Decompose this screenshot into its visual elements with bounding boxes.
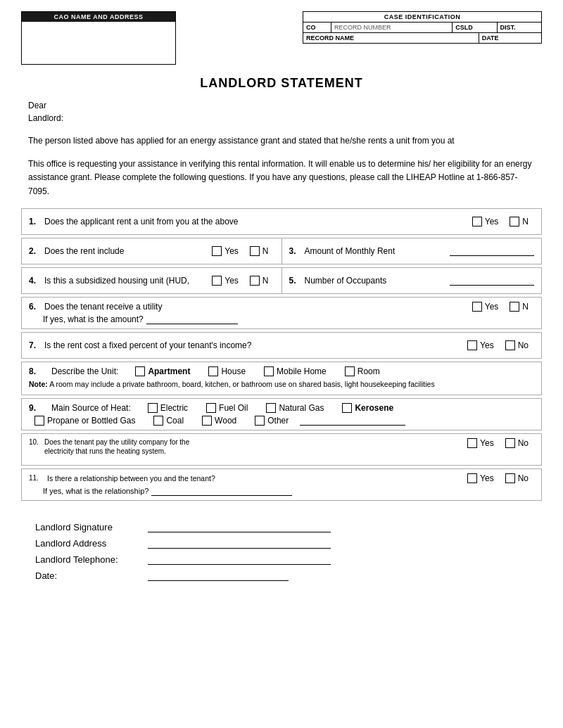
q9-wood-checkbox[interactable] — [202, 416, 212, 426]
q6-text: Does the tenant receive a utility — [44, 302, 467, 312]
q10-no-checkbox[interactable] — [505, 438, 515, 448]
q1-num: 1. — [29, 217, 40, 226]
date-cell: DATE — [479, 33, 541, 43]
q11-no-group: No — [505, 473, 534, 483]
q9-fueloil-label: Fuel Oil — [219, 403, 248, 413]
q9-propane-label: Propane or Bottled Gas — [47, 416, 135, 426]
q1-no-checkbox[interactable] — [510, 217, 519, 226]
sig-address-line: Landlord Address — [35, 538, 542, 549]
q9-propane-checkbox[interactable] — [34, 416, 44, 426]
co-cell: CO — [303, 23, 331, 32]
q5-num: 5. — [289, 276, 301, 286]
q9-num: 9. — [29, 403, 40, 413]
case-id-bottom-row: RECORD NAME DATE — [303, 33, 541, 43]
q4-yes-checkbox[interactable] — [212, 276, 222, 286]
form-section: 1. Does the applicant rent a unit from y… — [21, 208, 542, 501]
q1-text: Does the applicant rent a unit from you … — [44, 217, 467, 226]
q6-yes-group: Yes — [472, 302, 505, 312]
q9-line1: 9. Main Source of Heat: Electric Fuel Oi… — [29, 403, 534, 413]
q9-other-field[interactable] — [300, 416, 405, 426]
page: CAO NAME AND ADDRESS CASE IDENTIFICATION… — [0, 0, 563, 728]
signature-section: Landlord Signature Landlord Address Land… — [35, 522, 542, 581]
q9-electric-label: Electric — [160, 403, 188, 413]
q11-no-checkbox[interactable] — [505, 473, 515, 483]
q8-apartment-group: Apartment — [135, 366, 196, 376]
q8-apartment-checkbox[interactable] — [135, 366, 145, 376]
q2-left: 2. Does the rent include Yes N — [22, 238, 282, 264]
q9-fueloil-checkbox[interactable] — [206, 403, 216, 413]
q8-room-checkbox[interactable] — [345, 366, 355, 376]
q1-yes-checkbox[interactable] — [472, 217, 482, 226]
q1-n-label: N — [522, 217, 529, 226]
paragraph-1: The person listed above has applied for … — [28, 134, 535, 148]
q2-no-checkbox[interactable] — [250, 246, 260, 256]
q3-amount-field[interactable] — [450, 246, 534, 256]
question-1-row: 1. Does the applicant rent a unit from y… — [21, 208, 542, 235]
sig-address-field[interactable] — [148, 539, 331, 549]
q3-right: 3. Amount of Monthly Rent — [282, 238, 542, 264]
record-number-label: RECORD NUMBER — [334, 24, 449, 31]
question-6-row: 6. Does the tenant receive a utility Yes… — [21, 297, 542, 329]
q9-electric-group: Electric — [148, 403, 194, 413]
question-9-row: 9. Main Source of Heat: Electric Fuel Oi… — [21, 398, 542, 430]
q8-note-text: A room may include a private bathroom, b… — [49, 380, 434, 388]
sig-date-field[interactable] — [148, 571, 289, 581]
q8-note: Note: A room may include a private bathr… — [29, 379, 534, 390]
q9-coal-checkbox[interactable] — [153, 416, 163, 426]
q6-n-label: N — [522, 302, 529, 312]
q8-num: 8. — [29, 366, 40, 376]
sig-signature-field[interactable] — [148, 523, 331, 532]
q11-relationship-field[interactable] — [151, 486, 292, 496]
q8-note-bold: Note: — [29, 380, 48, 388]
q5-right: 5. Number of Occupants — [282, 268, 542, 293]
q6-no-checkbox[interactable] — [510, 302, 519, 312]
cao-content — [22, 22, 175, 64]
q10-yes-label: Yes — [480, 438, 494, 448]
q11-sub-text: If yes, what is the relationship? — [43, 487, 148, 495]
q7-no-checkbox[interactable] — [505, 340, 515, 350]
header-row: CAO NAME AND ADDRESS CASE IDENTIFICATION… — [21, 11, 542, 65]
q5-occupants-field[interactable] — [450, 276, 534, 286]
q9-electric-checkbox[interactable] — [148, 403, 158, 413]
q7-yes-group: Yes — [467, 340, 500, 350]
q11-yes-checkbox[interactable] — [467, 473, 477, 483]
q2-yes-checkbox[interactable] — [212, 246, 222, 256]
q9-naturalgas-checkbox[interactable] — [266, 403, 276, 413]
sig-signature-label: Landlord Signature — [35, 522, 148, 532]
sig-telephone-line: Landlord Telephone: — [35, 554, 542, 565]
q9-naturalgas-label: Natural Gas — [279, 403, 324, 413]
q11-text: Is there a relationship between you and … — [47, 474, 462, 483]
sig-telephone-field[interactable] — [148, 555, 331, 565]
question-4-5-row: 4. Is this a subsidized housing unit (HU… — [21, 267, 542, 294]
q11-line2: If yes, what is the relationship? — [43, 486, 534, 496]
q8-apartment-label: Apartment — [148, 366, 190, 376]
q6-yes-checkbox[interactable] — [472, 302, 482, 312]
q11-yes-label: Yes — [480, 473, 494, 483]
salutation-line2: Landlord: — [28, 112, 535, 124]
q8-mobile-checkbox[interactable] — [264, 366, 274, 376]
q4-n-label: N — [262, 276, 269, 286]
q6-no-group: N — [510, 302, 534, 312]
q10-no-label: No — [518, 438, 529, 448]
q7-no-group: No — [505, 340, 534, 350]
sig-date-line: Date: — [35, 570, 542, 581]
q8-room-group: Room — [345, 366, 386, 376]
q8-house-checkbox[interactable] — [208, 366, 218, 376]
q1-yes-group: Yes — [472, 217, 505, 226]
question-11-row: 11. Is there a relationship between you … — [21, 468, 542, 501]
question-2-3-row: 2. Does the rent include Yes N 3. Amount… — [21, 238, 542, 264]
q4-num: 4. — [29, 276, 40, 286]
q10-num: 10. — [29, 438, 40, 446]
q10-num-text: 10. Does the tenant pay the utility comp… — [29, 438, 462, 446]
q9-kerosene-checkbox[interactable] — [342, 403, 352, 413]
q4-no-checkbox[interactable] — [250, 276, 260, 286]
q9-text: Main Source of Heat: — [51, 403, 131, 413]
q2-num: 2. — [29, 246, 40, 256]
q6-amount-field[interactable] — [146, 314, 238, 324]
q6-line1: 6. Does the tenant receive a utility Yes… — [29, 302, 534, 312]
q10-yes-checkbox[interactable] — [467, 438, 477, 448]
q9-other-checkbox[interactable] — [255, 416, 265, 426]
q7-yes-checkbox[interactable] — [467, 340, 477, 350]
q7-num: 7. — [29, 340, 40, 350]
q2-no-group: N — [250, 246, 274, 256]
